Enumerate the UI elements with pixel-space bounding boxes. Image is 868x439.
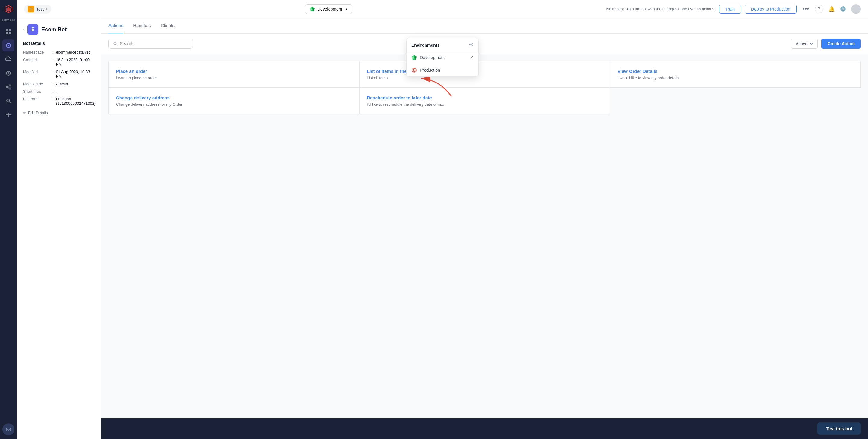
search-box[interactable] (108, 38, 193, 49)
tab-actions[interactable]: Actions (108, 18, 123, 33)
gem-icon (310, 6, 315, 12)
environment-dropdown: Environments (406, 38, 478, 77)
action-title: View Order Details (618, 69, 853, 74)
deploy-button[interactable]: Deploy to Production (745, 4, 797, 13)
user-avatar[interactable] (851, 4, 861, 14)
sidebar-header: ‹ E Ecom Bot (23, 24, 95, 35)
search-icon (113, 41, 118, 46)
bot-details-title: Bot Details (23, 41, 95, 46)
dropdown-settings-icon[interactable] (469, 42, 473, 48)
workspace-dropdown-arrow: ▾ (46, 7, 48, 11)
svg-line-12 (8, 86, 9, 87)
detail-created: Created : 16 Jun 2023, 01:00 PM (23, 58, 95, 67)
search-input[interactable] (120, 41, 188, 46)
action-title: Reschedule order to later date (367, 95, 602, 100)
toolbar-right: Active Create Action (791, 38, 861, 49)
more-options-button[interactable]: ••• (800, 4, 811, 13)
main-panel: Actions Handlers Clients Active (101, 18, 868, 439)
test-bot-button[interactable]: Test this bot (817, 423, 861, 435)
svg-line-15 (9, 102, 10, 103)
status-chevron-icon (809, 42, 813, 45)
environment-arrow: ▲ (344, 7, 348, 11)
action-card-reschedule[interactable]: Reschedule order to later date I'd like … (359, 88, 610, 114)
actions-grid: Place an order I want to place an order … (101, 54, 868, 418)
action-description: I would like to view my order details (618, 75, 853, 80)
workspace-selector[interactable]: T Test ▾ (24, 4, 51, 13)
dropdown-title: Environments (411, 43, 439, 47)
action-title: Place an order (116, 69, 352, 74)
detail-platform: Platform : Function(12130000002471002) (23, 97, 95, 106)
svg-marker-1 (6, 7, 10, 12)
env-option-production[interactable]: Production (407, 64, 478, 76)
detail-modified-by: Modified by : Amelia (23, 81, 95, 86)
workspace-name: Test (36, 7, 44, 11)
action-title: Change delivery address (116, 95, 352, 100)
action-description: List of items (367, 75, 602, 80)
bot-name: Ecom Bot (41, 27, 67, 33)
svg-point-14 (7, 99, 10, 102)
svg-line-26 (116, 44, 117, 45)
action-card-view-order[interactable]: View Order Details I would like to view … (610, 61, 861, 88)
nav-item-bot[interactable] (2, 39, 14, 52)
action-description: Change delivery address for my Order (116, 102, 352, 107)
svg-point-25 (114, 42, 116, 44)
top-header: T Test ▾ Development ▲ (17, 0, 868, 18)
tab-handlers[interactable]: Handlers (133, 18, 151, 33)
svg-rect-5 (9, 32, 11, 34)
svg-point-7 (7, 44, 9, 46)
action-description: I'd like to reschedule the delivery date… (367, 102, 602, 107)
nav-item-cloud[interactable] (2, 53, 14, 65)
svg-point-18 (9, 429, 10, 430)
action-card-place-order[interactable]: Place an order I want to place an order (108, 61, 359, 88)
dropdown-header: Environments (407, 38, 478, 51)
action-description: I want to place an order (116, 75, 352, 80)
gem-icon-development (411, 55, 417, 60)
action-title: List of items in the store (367, 69, 602, 74)
svg-line-13 (8, 87, 9, 89)
svg-point-17 (7, 429, 8, 430)
test-bar: Test this bot (101, 418, 868, 439)
train-button[interactable]: Train (719, 4, 741, 13)
status-filter[interactable]: Active (791, 38, 818, 49)
svg-rect-2 (6, 29, 8, 31)
create-action-button[interactable]: Create Action (821, 38, 861, 49)
next-step-text: Next step: Train the bot with the change… (607, 7, 715, 11)
environment-selector[interactable]: Development ▲ (305, 4, 352, 14)
environment-label: Development (317, 7, 342, 11)
check-icon: ✓ (470, 55, 473, 60)
help-icon[interactable]: ? (815, 5, 824, 13)
logo[interactable] (3, 4, 14, 14)
settings-icon[interactable]: ⚙️ (840, 6, 846, 12)
nav-item-api[interactable] (2, 109, 14, 121)
workspace-avatar: T (28, 6, 34, 12)
env-development-label: Development (420, 55, 445, 60)
nav-chatbot-button[interactable] (2, 423, 14, 435)
env-production-label: Production (420, 68, 440, 73)
nav-item-connect[interactable] (2, 81, 14, 93)
nav-item-analytics[interactable] (2, 67, 14, 79)
bot-details-section: Bot Details Namespace : ecommercecatalys… (23, 41, 95, 115)
svg-rect-3 (9, 29, 11, 31)
detail-namespace: Namespace : ecommercecatalyst (23, 50, 95, 55)
edit-icon: ✏ (23, 110, 26, 115)
back-button[interactable]: ‹ (23, 27, 24, 32)
services-label: Services (2, 19, 15, 22)
nav-rail: Services (0, 0, 17, 439)
nav-item-home[interactable] (2, 26, 14, 38)
globe-icon-production (411, 67, 417, 73)
nav-item-search[interactable] (2, 95, 14, 107)
sidebar: ‹ E Ecom Bot Bot Details Namespace : eco… (17, 18, 101, 439)
edit-details-button[interactable]: ✏ Edit Details (23, 110, 48, 115)
tab-clients[interactable]: Clients (161, 18, 175, 33)
detail-short-intro: Short Intro : - (23, 89, 95, 94)
main-wrapper: T Test ▾ Development ▲ (17, 0, 868, 439)
svg-point-10 (9, 85, 11, 87)
content-area: ‹ E Ecom Bot Bot Details Namespace : eco… (17, 18, 868, 439)
toolbar: Active Create Action (101, 34, 868, 54)
notification-icon[interactable]: 🔔 (828, 6, 835, 12)
action-card-change-address[interactable]: Change delivery address Change delivery … (108, 88, 359, 114)
action-card-list-items[interactable]: List of items in the store List of items (359, 61, 610, 88)
svg-point-27 (470, 44, 472, 45)
svg-rect-4 (6, 32, 8, 34)
env-option-development[interactable]: Development ✓ (407, 51, 478, 64)
